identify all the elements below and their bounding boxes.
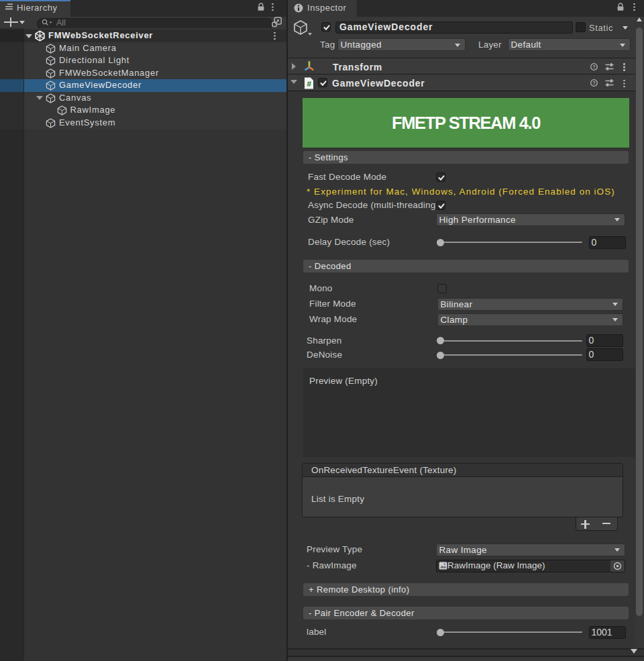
svg-text:#: #	[307, 79, 311, 87]
svg-text:?: ?	[592, 80, 596, 86]
svg-text:?: ?	[592, 64, 596, 70]
